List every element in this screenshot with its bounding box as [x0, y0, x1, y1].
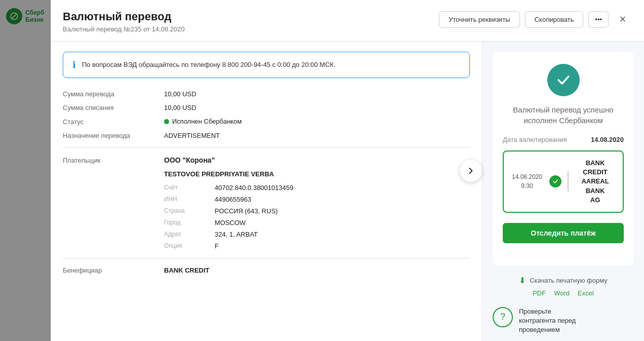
modal-header: Валютный перевод Валютный перевод №235 о… — [51, 0, 644, 42]
modal-subtitle: Валютный перевод №235 от 14.08.2020 — [63, 25, 185, 33]
timeline-bank-name: BANK CREDIT AAREAL BANK AG — [575, 159, 616, 205]
close-button[interactable]: × — [614, 10, 632, 28]
copy-button[interactable]: Скопировать — [525, 11, 584, 28]
beneficiary-name: BANK CREDIT — [164, 267, 210, 274]
value-date-row: Дата валютирования 14.08.2020 — [503, 136, 624, 143]
timeline-check-icon — [549, 175, 561, 187]
modal-header-actions: Уточнить реквизиты Скопировать ••• × — [439, 10, 632, 28]
download-pdf-link[interactable]: PDF — [533, 289, 546, 297]
purpose-row: Назначение перевода ADVERTISEMENT — [63, 132, 470, 139]
payer-option-row: Опция F — [164, 242, 470, 250]
payer-country-label: Страна — [164, 207, 215, 215]
download-icon: ⬇ — [519, 276, 526, 285]
timeline-card: 14.08.2020 9:30 BANK CREDIT AAREAL BANK … — [503, 150, 624, 213]
payer-inn-value: 4490655963 — [215, 196, 251, 203]
status-label: Статус — [63, 118, 164, 126]
transfer-amount-value: 10,00 USD — [164, 90, 196, 98]
download-section: ⬇ Скачать печатную форму PDF Word Excel — [493, 276, 634, 297]
transfer-amount-row: Сумма перевода 10,00 USD — [63, 90, 470, 98]
beneficiary-row: Бенефициар BANK CREDIT — [63, 267, 470, 274]
payer-option-value: F — [215, 242, 219, 250]
payer-city-row: Город MOSCOW — [164, 219, 470, 226]
nav-arrow-next[interactable] — [460, 160, 482, 182]
download-title: Скачать печатную форму — [530, 277, 608, 284]
modal-title-block: Валютный перевод Валютный перевод №235 о… — [63, 10, 185, 33]
verify-section: ? Проверьте контрагента перед проведение… — [493, 307, 634, 335]
modal-currency-transfer: Валютный перевод Валютный перевод №235 о… — [51, 0, 644, 341]
info-icon: ℹ — [72, 59, 76, 70]
transfer-amount-label: Сумма перевода — [63, 90, 164, 98]
payer-city-value: MOSCOW — [215, 219, 246, 226]
payer-inn-label: ИНН — [164, 196, 215, 203]
info-text: По вопросам ВЭД обращайтесь по телефону … — [82, 60, 336, 69]
status-card: Валютный перевод успешно исполнен Сберба… — [493, 52, 634, 266]
debit-amount-label: Сумма списания — [63, 104, 164, 111]
modal-body: ℹ По вопросам ВЭД обращайтесь по телефон… — [51, 42, 644, 341]
payer-country-value: РОССИЯ (643, RUS) — [215, 207, 278, 215]
status-card-title: Валютный перевод успешно исполнен Сберба… — [503, 104, 624, 126]
payer-country-row: Страна РОССИЯ (643, RUS) — [164, 207, 470, 215]
download-links: PDF Word Excel — [493, 289, 634, 297]
value-date-value: 14.08.2020 — [591, 136, 624, 143]
payer-account-label: Счёт — [164, 184, 215, 192]
verify-icon: ? — [493, 307, 513, 327]
status-value: Исполнен Сбербанком — [164, 118, 242, 125]
payer-name-sub: TESTOVOE PREDPRIYATIE VERBA — [164, 170, 470, 178]
value-date-label: Дата валютирования — [503, 136, 567, 143]
payer-names: ООО "Корона" — [164, 156, 215, 164]
status-row: Статус Исполнен Сбербанком — [63, 118, 470, 126]
purpose-label: Назначение перевода — [63, 132, 164, 139]
payer-city-label: Город — [164, 219, 215, 226]
purpose-value: ADVERTISEMENT — [164, 132, 220, 139]
close-icon: × — [620, 13, 626, 26]
timeline-date-time: 14.08.2020 9:30 — [511, 172, 543, 191]
divider-2 — [63, 258, 470, 258]
divider-1 — [63, 147, 470, 148]
debit-amount-value: 10,00 USD — [164, 104, 196, 111]
verify-text: Проверьте контрагента перед проведением — [519, 307, 576, 335]
timeline-divider — [568, 171, 569, 192]
payer-name-main: ООО "Корона" — [164, 156, 215, 164]
track-payment-button[interactable]: Отследить платёж — [503, 223, 624, 243]
payer-inn-row: ИНН 4490655963 — [164, 196, 470, 203]
payer-address-row: Адрес 324, 1, ARBAT — [164, 231, 470, 238]
status-success-icon — [547, 64, 580, 96]
status-text: Исполнен Сбербанком — [172, 118, 242, 125]
payer-account-value: 40702.840.0.38001013459 — [215, 184, 293, 192]
download-excel-link[interactable]: Excel — [578, 289, 594, 297]
modal-left-content: ℹ По вопросам ВЭД обращайтесь по телефон… — [51, 42, 482, 341]
more-icon: ••• — [595, 16, 602, 23]
payer-address-label: Адрес — [164, 231, 215, 238]
payer-address-value: 324, 1, ARBAT — [215, 231, 258, 238]
modal-right-panel: Валютный перевод успешно исполнен Сберба… — [482, 42, 644, 341]
debit-amount-row: Сумма списания 10,00 USD — [63, 104, 470, 111]
payer-section: Плательщик ООО "Корона" TESTOVOE PREDPRI… — [63, 156, 470, 250]
payer-section-label: Плательщик — [63, 157, 164, 164]
status-dot — [164, 119, 169, 124]
more-button[interactable]: ••• — [588, 11, 609, 28]
download-title-row: ⬇ Скачать печатную форму — [493, 276, 634, 285]
payer-account-row: Счёт 40702.840.0.38001013459 — [164, 184, 470, 192]
payer-label-row: Плательщик ООО "Корона" — [63, 156, 470, 164]
info-banner: ℹ По вопросам ВЭД обращайтесь по телефон… — [63, 52, 470, 78]
download-word-link[interactable]: Word — [554, 289, 570, 297]
payer-option-label: Опция — [164, 242, 215, 250]
beneficiary-label: Бенефициар — [63, 267, 164, 274]
modal-title: Валютный перевод — [63, 10, 185, 23]
clarify-button[interactable]: Уточнить реквизиты — [439, 11, 519, 28]
